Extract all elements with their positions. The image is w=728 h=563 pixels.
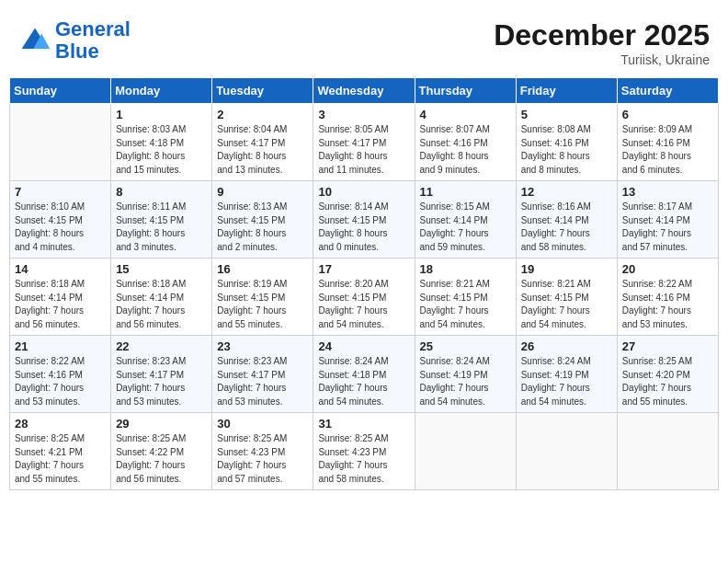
day-info: Sunrise: 8:07 AM Sunset: 4:16 PM Dayligh… [420,123,511,177]
day-cell: 22Sunrise: 8:23 AM Sunset: 4:17 PM Dayli… [111,336,212,413]
week-row-2: 7Sunrise: 8:10 AM Sunset: 4:15 PM Daylig… [10,181,719,259]
day-info: Sunrise: 8:25 AM Sunset: 4:21 PM Dayligh… [15,432,106,486]
day-number: 17 [318,262,409,276]
day-number: 7 [15,185,106,199]
day-number: 19 [521,262,612,276]
day-info: Sunrise: 8:24 AM Sunset: 4:19 PM Dayligh… [420,355,511,408]
day-number: 13 [622,185,713,199]
day-cell: 1Sunrise: 8:03 AM Sunset: 4:18 PM Daylig… [111,104,212,181]
day-number: 10 [318,185,409,199]
day-cell: 4Sunrise: 8:07 AM Sunset: 4:16 PM Daylig… [415,104,516,181]
day-number: 29 [116,417,207,431]
day-cell: 26Sunrise: 8:24 AM Sunset: 4:19 PM Dayli… [516,336,617,413]
day-number: 5 [521,108,612,121]
day-number: 25 [420,339,511,353]
day-cell: 13Sunrise: 8:17 AM Sunset: 4:14 PM Dayli… [617,181,718,259]
day-number: 20 [622,262,713,276]
day-cell: 3Sunrise: 8:05 AM Sunset: 4:17 PM Daylig… [313,104,415,181]
day-number: 21 [15,339,106,353]
day-info: Sunrise: 8:22 AM Sunset: 4:16 PM Dayligh… [622,278,713,331]
day-info: Sunrise: 8:14 AM Sunset: 4:15 PM Dayligh… [318,201,409,254]
day-cell: 15Sunrise: 8:18 AM Sunset: 4:14 PM Dayli… [111,259,212,336]
week-row-3: 14Sunrise: 8:18 AM Sunset: 4:14 PM Dayli… [10,259,719,336]
day-cell [415,413,516,490]
logo: General Blue [18,18,131,63]
day-number: 6 [622,108,713,121]
day-info: Sunrise: 8:09 AM Sunset: 4:16 PM Dayligh… [622,123,713,177]
title-area: December 2025 Turiisk, Ukraine [494,18,710,67]
day-info: Sunrise: 8:21 AM Sunset: 4:15 PM Dayligh… [521,278,612,331]
weekday-header-tuesday: Tuesday [212,78,313,104]
day-cell [10,104,111,181]
day-cell: 7Sunrise: 8:10 AM Sunset: 4:15 PM Daylig… [10,181,111,259]
weekday-header-row: SundayMondayTuesdayWednesdayThursdayFrid… [10,78,719,104]
weekday-header-thursday: Thursday [415,78,516,104]
weekday-header-saturday: Saturday [617,78,718,104]
week-row-1: 1Sunrise: 8:03 AM Sunset: 4:18 PM Daylig… [10,104,719,181]
day-info: Sunrise: 8:10 AM Sunset: 4:15 PM Dayligh… [15,201,106,254]
logo-icon [18,24,51,57]
month-title: December 2025 [494,18,710,52]
day-number: 15 [116,262,207,276]
day-cell [617,413,718,490]
day-cell: 6Sunrise: 8:09 AM Sunset: 4:16 PM Daylig… [617,104,718,181]
day-number: 27 [622,339,713,353]
day-number: 18 [420,262,511,276]
day-info: Sunrise: 8:25 AM Sunset: 4:20 PM Dayligh… [622,355,713,408]
day-cell: 14Sunrise: 8:18 AM Sunset: 4:14 PM Dayli… [10,259,111,336]
day-info: Sunrise: 8:23 AM Sunset: 4:17 PM Dayligh… [217,355,308,408]
day-info: Sunrise: 8:11 AM Sunset: 4:15 PM Dayligh… [116,201,207,254]
day-cell: 25Sunrise: 8:24 AM Sunset: 4:19 PM Dayli… [415,336,516,413]
day-cell: 20Sunrise: 8:22 AM Sunset: 4:16 PM Dayli… [617,259,718,336]
day-cell: 17Sunrise: 8:20 AM Sunset: 4:15 PM Dayli… [313,259,415,336]
day-number: 11 [420,185,511,199]
weekday-header-monday: Monday [111,78,212,104]
day-cell: 18Sunrise: 8:21 AM Sunset: 4:15 PM Dayli… [415,259,516,336]
day-info: Sunrise: 8:25 AM Sunset: 4:22 PM Dayligh… [116,432,207,486]
day-number: 23 [217,339,308,353]
day-cell [516,413,617,490]
day-info: Sunrise: 8:15 AM Sunset: 4:14 PM Dayligh… [420,201,511,254]
day-number: 16 [217,262,308,276]
day-cell: 23Sunrise: 8:23 AM Sunset: 4:17 PM Dayli… [212,336,313,413]
day-info: Sunrise: 8:18 AM Sunset: 4:14 PM Dayligh… [116,278,207,331]
logo-text: General Blue [55,18,131,63]
week-row-5: 28Sunrise: 8:25 AM Sunset: 4:21 PM Dayli… [10,413,719,490]
day-cell: 30Sunrise: 8:25 AM Sunset: 4:23 PM Dayli… [212,413,313,490]
day-cell: 24Sunrise: 8:24 AM Sunset: 4:18 PM Dayli… [313,336,415,413]
day-number: 24 [318,339,409,353]
weekday-header-sunday: Sunday [10,78,111,104]
day-number: 26 [521,339,612,353]
day-number: 30 [217,417,308,431]
day-cell: 11Sunrise: 8:15 AM Sunset: 4:14 PM Dayli… [415,181,516,259]
day-info: Sunrise: 8:17 AM Sunset: 4:14 PM Dayligh… [622,201,713,254]
day-cell: 2Sunrise: 8:04 AM Sunset: 4:17 PM Daylig… [212,104,313,181]
day-info: Sunrise: 8:18 AM Sunset: 4:14 PM Dayligh… [15,278,106,331]
day-number: 28 [15,417,106,431]
week-row-4: 21Sunrise: 8:22 AM Sunset: 4:16 PM Dayli… [10,336,719,413]
day-number: 2 [217,108,308,121]
day-number: 3 [318,108,409,121]
day-info: Sunrise: 8:22 AM Sunset: 4:16 PM Dayligh… [15,355,106,408]
weekday-header-friday: Friday [516,78,617,104]
day-info: Sunrise: 8:08 AM Sunset: 4:16 PM Dayligh… [521,123,612,177]
day-info: Sunrise: 8:24 AM Sunset: 4:19 PM Dayligh… [521,355,612,408]
day-number: 4 [420,108,511,121]
day-info: Sunrise: 8:20 AM Sunset: 4:15 PM Dayligh… [318,278,409,331]
day-cell: 16Sunrise: 8:19 AM Sunset: 4:15 PM Dayli… [212,259,313,336]
day-number: 14 [15,262,106,276]
calendar-table: SundayMondayTuesdayWednesdayThursdayFrid… [9,77,719,490]
day-cell: 21Sunrise: 8:22 AM Sunset: 4:16 PM Dayli… [10,336,111,413]
day-cell: 12Sunrise: 8:16 AM Sunset: 4:14 PM Dayli… [516,181,617,259]
day-cell: 9Sunrise: 8:13 AM Sunset: 4:15 PM Daylig… [212,181,313,259]
day-info: Sunrise: 8:25 AM Sunset: 4:23 PM Dayligh… [318,432,409,486]
day-cell: 8Sunrise: 8:11 AM Sunset: 4:15 PM Daylig… [111,181,212,259]
day-number: 22 [116,339,207,353]
day-info: Sunrise: 8:19 AM Sunset: 4:15 PM Dayligh… [217,278,308,331]
day-info: Sunrise: 8:03 AM Sunset: 4:18 PM Dayligh… [116,123,207,177]
day-cell: 28Sunrise: 8:25 AM Sunset: 4:21 PM Dayli… [10,413,111,490]
day-cell: 29Sunrise: 8:25 AM Sunset: 4:22 PM Dayli… [111,413,212,490]
day-info: Sunrise: 8:13 AM Sunset: 4:15 PM Dayligh… [217,201,308,254]
day-cell: 27Sunrise: 8:25 AM Sunset: 4:20 PM Dayli… [617,336,718,413]
day-number: 9 [217,185,308,199]
